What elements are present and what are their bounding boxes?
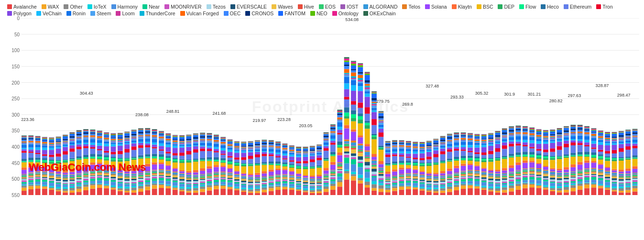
bar-segment [22,139,27,140]
bar-segment [241,183,246,184]
bar-segment [351,118,356,121]
bar-segment [536,188,542,195]
bar-segment [440,151,446,154]
bar-segment [207,141,212,142]
bar-segment [447,140,452,141]
bar-segment [578,181,583,183]
legend-item: IoTeX [87,4,107,10]
bar-segment [193,176,198,177]
bar-segment [371,91,377,92]
bar-segment [570,184,576,185]
bar-segment [454,179,459,181]
bar-segment [474,139,480,141]
bar-segment [502,130,507,130]
bar-segment [474,178,480,179]
bar-segment [152,129,157,130]
peak-label: 280.82 [549,98,563,103]
bar-segment [619,161,624,170]
bar-segment [550,176,555,177]
bar-segment [131,134,137,136]
bar-segment [557,186,562,188]
bar-segment [310,147,315,149]
bar-segment [138,157,143,158]
bar-segment [509,158,514,165]
bar-segment [269,148,274,149]
bar-segment [296,153,301,154]
bar-segment [605,136,610,137]
bar-segment [283,147,288,148]
bar-segment [454,166,459,168]
bar-segment [124,158,130,159]
bar-segment [344,148,349,152]
bar-segment [186,178,192,179]
bar-segment [283,158,288,159]
bar-segment [468,164,473,165]
bar-segment [22,191,27,195]
bar-segment [228,147,233,147]
bar-segment [605,175,610,175]
bar-segment [358,156,363,160]
bar-segment [241,174,246,176]
bar-segment [241,185,246,188]
bar-segment [124,137,130,138]
bar-segment [179,153,185,155]
bar-segment [22,159,27,161]
bar-segment [378,167,383,168]
bar-segment [536,135,542,137]
bar-segment [63,175,68,176]
bar-segment [255,147,260,148]
bar-segment [564,178,569,179]
legend-label: Waves [278,4,293,10]
bar-segment [186,187,192,189]
bar-segment [447,152,452,159]
bar-segment [220,160,226,162]
bar-segment [145,180,150,182]
bar-segment [337,145,342,147]
bar-segment [584,140,589,142]
bar-segment [495,184,501,186]
bar-segment [612,138,617,138]
bar-segment [63,140,68,141]
bar-segment [275,145,281,146]
bar-segment [22,175,27,175]
bar-segment [433,149,438,150]
bar-segment [440,162,446,162]
bar-segment [255,185,260,186]
bar-segment [550,152,555,156]
bar-segment [447,146,452,147]
bar-segment [200,161,205,168]
bar-segment [440,183,446,185]
bar-segment [234,175,240,176]
bar-segment [584,154,589,156]
bar-segment [173,168,178,169]
bar-segment [564,177,569,178]
bar-segment [461,134,466,134]
bar-segment [97,188,102,195]
bar-segment [63,191,68,192]
bar-segment [406,142,411,142]
bar-segment [509,172,514,172]
bar-segment [633,175,638,176]
bar-segment [255,175,260,177]
bar-segment [564,137,569,140]
bar-segment [454,173,459,174]
bar-segment [344,143,349,143]
bar-segment [35,153,41,154]
bar-segment [633,155,638,157]
bar-segment [406,169,411,173]
legend-item: ThunderCore [140,11,175,16]
bar-segment [591,130,597,131]
legend-color [332,11,337,16]
bar-segment [186,143,192,144]
bar-segment [200,178,205,178]
bar-segment [228,187,233,189]
legend-item: EOS [319,4,336,10]
bar-segment [179,156,185,159]
bar-segment [516,170,521,171]
bar-segment [578,133,583,134]
bar-segment [275,154,281,156]
bar-segment [557,141,562,142]
bar-segment [495,181,501,183]
bar-segment [502,136,507,137]
bar-segment [591,173,597,174]
